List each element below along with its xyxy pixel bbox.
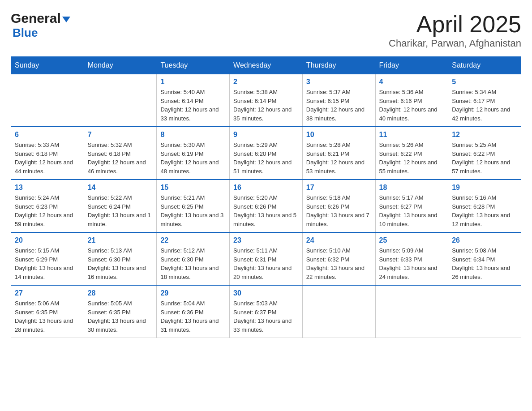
day-number: 2 [233,78,299,86]
day-number: 4 [379,78,445,86]
day-info: Sunrise: 5:30 AMSunset: 6:19 PMDaylight:… [160,141,226,176]
calendar-cell [448,285,521,338]
day-info: Sunrise: 5:08 AMSunset: 6:34 PMDaylight:… [452,246,517,281]
day-number: 6 [15,131,80,139]
day-number: 9 [233,131,299,139]
page-title: April 2025 [389,11,521,38]
day-info: Sunrise: 5:04 AMSunset: 6:36 PMDaylight:… [160,299,226,334]
day-info: Sunrise: 5:09 AMSunset: 6:33 PMDaylight:… [379,246,445,281]
day-number: 13 [15,184,80,192]
day-number: 12 [452,131,517,139]
logo-general: General [11,11,61,26]
calendar-cell: 15Sunrise: 5:21 AMSunset: 6:25 PMDayligh… [157,180,230,232]
calendar-cell [302,285,375,338]
page-header: General Blue April 2025 Charikar, Parwan… [11,11,521,49]
day-info: Sunrise: 5:37 AMSunset: 6:15 PMDaylight:… [306,88,372,123]
calendar-week-row: 1Sunrise: 5:40 AMSunset: 6:14 PMDaylight… [11,74,521,127]
day-info: Sunrise: 5:21 AMSunset: 6:25 PMDaylight:… [160,193,226,228]
day-number: 14 [88,184,153,192]
calendar-cell: 18Sunrise: 5:17 AMSunset: 6:27 PMDayligh… [375,180,448,232]
calendar-cell [11,74,84,127]
day-info: Sunrise: 5:11 AMSunset: 6:31 PMDaylight:… [233,246,299,281]
day-info: Sunrise: 5:29 AMSunset: 6:20 PMDaylight:… [233,141,299,176]
calendar-cell: 4Sunrise: 5:36 AMSunset: 6:16 PMDaylight… [375,74,448,127]
day-info: Sunrise: 5:03 AMSunset: 6:37 PMDaylight:… [233,299,299,334]
calendar-cell: 17Sunrise: 5:18 AMSunset: 6:26 PMDayligh… [302,180,375,232]
day-info: Sunrise: 5:25 AMSunset: 6:22 PMDaylight:… [452,141,517,176]
calendar-weekday-tuesday: Tuesday [157,57,230,74]
logo-blue: Blue [13,26,38,39]
day-number: 7 [88,131,153,139]
calendar-header-row: SundayMondayTuesdayWednesdayThursdayFrid… [11,57,521,74]
day-info: Sunrise: 5:22 AMSunset: 6:24 PMDaylight:… [88,193,153,228]
calendar-cell: 7Sunrise: 5:32 AMSunset: 6:18 PMDaylight… [84,127,157,180]
calendar-cell: 27Sunrise: 5:06 AMSunset: 6:35 PMDayligh… [11,285,84,338]
calendar-cell: 30Sunrise: 5:03 AMSunset: 6:37 PMDayligh… [230,285,303,338]
day-info: Sunrise: 5:18 AMSunset: 6:26 PMDaylight:… [306,193,372,228]
logo-arrow-icon [62,17,70,22]
day-number: 24 [306,236,372,244]
calendar-cell: 3Sunrise: 5:37 AMSunset: 6:15 PMDaylight… [302,74,375,127]
calendar-cell: 21Sunrise: 5:13 AMSunset: 6:30 PMDayligh… [84,232,157,285]
day-number: 28 [88,289,153,297]
calendar-cell: 5Sunrise: 5:34 AMSunset: 6:17 PMDaylight… [448,74,521,127]
calendar-cell: 6Sunrise: 5:33 AMSunset: 6:18 PMDaylight… [11,127,84,180]
day-info: Sunrise: 5:06 AMSunset: 6:35 PMDaylight:… [15,299,80,334]
day-info: Sunrise: 5:26 AMSunset: 6:22 PMDaylight:… [379,141,445,176]
day-info: Sunrise: 5:32 AMSunset: 6:18 PMDaylight:… [88,141,153,176]
day-number: 25 [379,236,445,244]
calendar-cell: 28Sunrise: 5:05 AMSunset: 6:35 PMDayligh… [84,285,157,338]
calendar-weekday-monday: Monday [84,57,157,74]
calendar-cell: 19Sunrise: 5:16 AMSunset: 6:28 PMDayligh… [448,180,521,232]
calendar-weekday-wednesday: Wednesday [230,57,303,74]
calendar-week-row: 6Sunrise: 5:33 AMSunset: 6:18 PMDaylight… [11,127,521,180]
calendar-cell: 12Sunrise: 5:25 AMSunset: 6:22 PMDayligh… [448,127,521,180]
title-block: April 2025 Charikar, Parwan, Afghanistan [389,11,521,49]
day-number: 30 [233,289,299,297]
calendar-cell: 1Sunrise: 5:40 AMSunset: 6:14 PMDaylight… [157,74,230,127]
calendar-weekday-friday: Friday [375,57,448,74]
day-number: 3 [306,78,372,86]
day-number: 19 [452,184,517,192]
day-number: 1 [160,78,226,86]
calendar-cell: 20Sunrise: 5:15 AMSunset: 6:29 PMDayligh… [11,232,84,285]
day-info: Sunrise: 5:38 AMSunset: 6:14 PMDaylight:… [233,88,299,123]
calendar-weekday-thursday: Thursday [302,57,375,74]
day-info: Sunrise: 5:33 AMSunset: 6:18 PMDaylight:… [15,141,80,176]
day-number: 23 [233,236,299,244]
day-number: 27 [15,289,80,297]
day-number: 21 [88,236,153,244]
day-number: 20 [15,236,80,244]
day-info: Sunrise: 5:10 AMSunset: 6:32 PMDaylight:… [306,246,372,281]
day-info: Sunrise: 5:17 AMSunset: 6:27 PMDaylight:… [379,193,445,228]
day-number: 11 [379,131,445,139]
day-number: 10 [306,131,372,139]
page-subtitle: Charikar, Parwan, Afghanistan [389,38,521,49]
calendar-cell: 10Sunrise: 5:28 AMSunset: 6:21 PMDayligh… [302,127,375,180]
day-number: 5 [452,78,517,86]
calendar-week-row: 27Sunrise: 5:06 AMSunset: 6:35 PMDayligh… [11,285,521,338]
calendar-cell: 8Sunrise: 5:30 AMSunset: 6:19 PMDaylight… [157,127,230,180]
calendar-cell: 16Sunrise: 5:20 AMSunset: 6:26 PMDayligh… [230,180,303,232]
calendar-weekday-saturday: Saturday [448,57,521,74]
day-info: Sunrise: 5:40 AMSunset: 6:14 PMDaylight:… [160,88,226,123]
day-number: 26 [452,236,517,244]
logo: General Blue [11,11,70,40]
day-info: Sunrise: 5:24 AMSunset: 6:23 PMDaylight:… [15,193,80,228]
day-number: 29 [160,289,226,297]
day-number: 15 [160,184,226,192]
calendar-weekday-sunday: Sunday [11,57,84,74]
calendar-cell: 24Sunrise: 5:10 AMSunset: 6:32 PMDayligh… [302,232,375,285]
calendar-week-row: 20Sunrise: 5:15 AMSunset: 6:29 PMDayligh… [11,232,521,285]
day-info: Sunrise: 5:34 AMSunset: 6:17 PMDaylight:… [452,88,517,123]
calendar-week-row: 13Sunrise: 5:24 AMSunset: 6:23 PMDayligh… [11,180,521,232]
day-info: Sunrise: 5:36 AMSunset: 6:16 PMDaylight:… [379,88,445,123]
day-info: Sunrise: 5:20 AMSunset: 6:26 PMDaylight:… [233,193,299,228]
day-info: Sunrise: 5:05 AMSunset: 6:35 PMDaylight:… [88,299,153,334]
calendar-cell: 26Sunrise: 5:08 AMSunset: 6:34 PMDayligh… [448,232,521,285]
day-info: Sunrise: 5:13 AMSunset: 6:30 PMDaylight:… [88,246,153,281]
calendar-cell: 14Sunrise: 5:22 AMSunset: 6:24 PMDayligh… [84,180,157,232]
calendar-cell: 23Sunrise: 5:11 AMSunset: 6:31 PMDayligh… [230,232,303,285]
day-number: 22 [160,236,226,244]
day-number: 18 [379,184,445,192]
